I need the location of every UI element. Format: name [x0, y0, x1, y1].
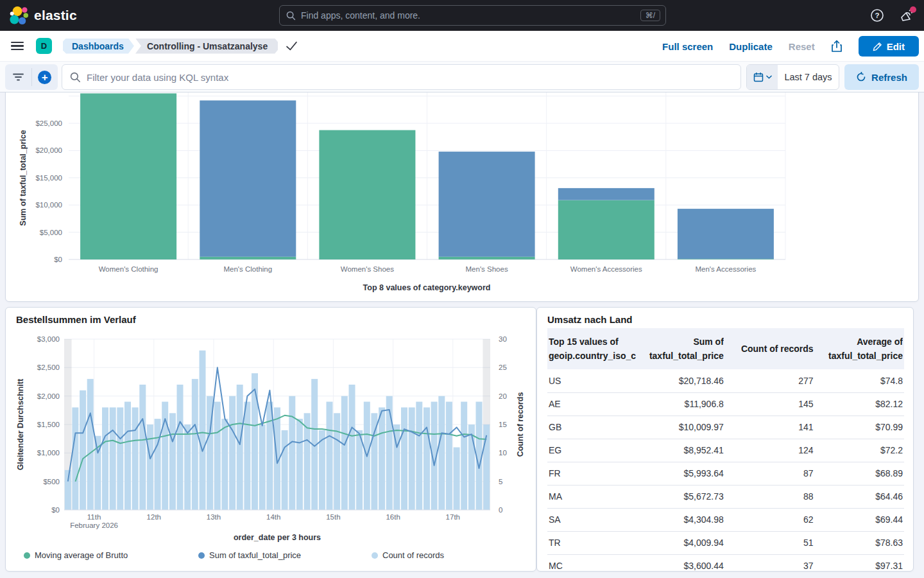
time-range-value[interactable]: Last 7 days	[778, 65, 839, 89]
bar[interactable]	[80, 390, 86, 510]
table-cell[interactable]: $8,952.41	[637, 439, 725, 462]
column-header[interactable]: Average oftaxful_total_price	[815, 328, 904, 369]
bar[interactable]	[454, 448, 460, 511]
bar[interactable]	[282, 430, 288, 510]
bar-segment[interactable]	[80, 93, 176, 259]
bar[interactable]	[446, 402, 452, 511]
global-search-input[interactable]: Find apps, content, and more. ⌘/	[279, 5, 666, 26]
bar[interactable]	[147, 425, 153, 510]
bar[interactable]	[401, 407, 407, 510]
bar[interactable]	[296, 419, 303, 510]
table-cell[interactable]: $72.2	[815, 439, 904, 462]
space-avatar[interactable]: D	[36, 38, 52, 54]
bar[interactable]	[461, 402, 467, 511]
edit-button[interactable]: Edit	[859, 36, 919, 57]
elastic-logo[interactable]: elastic	[9, 6, 77, 25]
table-cell[interactable]: MA	[547, 485, 637, 508]
bar[interactable]	[229, 396, 235, 510]
table-cell[interactable]: 87	[725, 462, 815, 485]
refresh-button[interactable]: Refresh	[844, 64, 919, 90]
table-cell[interactable]: 62	[725, 508, 815, 531]
table-cell[interactable]: $5,993.64	[637, 462, 725, 485]
bar[interactable]	[117, 407, 123, 510]
menu-icon[interactable]	[11, 42, 24, 51]
table-cell[interactable]: $4,304.98	[637, 508, 725, 531]
bar[interactable]	[155, 419, 161, 510]
bar[interactable]	[169, 413, 176, 510]
legend-item[interactable]: Moving average of Brutto	[24, 550, 128, 560]
time-combo-chart[interactable]: $0$500$1,000$1,500$2,000$2,500$3,0000510…	[6, 308, 536, 571]
bar[interactable]	[162, 402, 168, 511]
bar[interactable]	[438, 396, 445, 510]
bar[interactable]	[386, 396, 393, 510]
category-bar-chart[interactable]: Women's ClothingMen's ClothingWomen's Sh…	[6, 92, 918, 301]
table-cell[interactable]: GB	[547, 416, 637, 439]
column-header[interactable]: Sum oftaxful_total_price	[637, 328, 725, 369]
bar[interactable]	[416, 402, 422, 511]
bar[interactable]	[177, 385, 184, 510]
bar[interactable]	[72, 407, 78, 510]
table-cell[interactable]: $64.46	[815, 485, 904, 508]
table-cell[interactable]: $5,672.73	[637, 485, 725, 508]
table-cell[interactable]: AE	[547, 392, 637, 416]
bar[interactable]	[259, 425, 266, 510]
table-cell[interactable]: EG	[547, 439, 637, 462]
table-cell[interactable]: $78.63	[815, 531, 904, 554]
table-cell[interactable]: $70.99	[815, 416, 904, 439]
bar[interactable]	[252, 373, 258, 510]
duplicate-button[interactable]: Duplicate	[729, 41, 773, 52]
bar-segment[interactable]	[558, 200, 654, 259]
reset-button[interactable]: Reset	[789, 41, 815, 52]
date-picker-calendar-button[interactable]	[747, 65, 778, 89]
bar-segment[interactable]	[200, 100, 296, 256]
bar[interactable]	[237, 385, 243, 510]
bar-segment[interactable]	[439, 257, 535, 259]
bar[interactable]	[87, 379, 94, 510]
table-cell[interactable]: 51	[725, 531, 815, 554]
legend-item[interactable]: Sum of taxful_total_price	[198, 550, 301, 560]
table-cell[interactable]: $20,718.46	[637, 369, 725, 392]
bar[interactable]	[102, 407, 108, 510]
bar[interactable]	[289, 396, 295, 510]
bar-segment[interactable]	[319, 130, 415, 259]
bar[interactable]	[221, 419, 228, 510]
news-feed-icon[interactable]	[898, 7, 915, 24]
bar[interactable]	[424, 407, 430, 510]
bar[interactable]	[200, 351, 206, 510]
share-icon[interactable]	[831, 40, 843, 53]
filter-menu-button[interactable]	[5, 64, 31, 90]
kql-search-input[interactable]: Filter your data using KQL syntax	[62, 64, 741, 90]
bar[interactable]	[341, 396, 348, 510]
breadcrumb-dashboards[interactable]: Dashboards	[63, 39, 134, 54]
bar-segment[interactable]	[200, 257, 296, 259]
bar[interactable]	[214, 402, 221, 511]
table-cell[interactable]: 145	[725, 392, 815, 416]
bar-segment[interactable]	[678, 259, 774, 259]
add-filter-button[interactable]: +	[32, 64, 58, 90]
table-cell[interactable]: 88	[725, 485, 815, 508]
table-cell[interactable]: 37	[725, 554, 815, 572]
bar[interactable]	[139, 385, 146, 510]
bar[interactable]	[192, 379, 198, 510]
legend-item[interactable]: Count of records	[372, 550, 444, 560]
table-cell[interactable]: $97.31	[815, 554, 904, 572]
bar[interactable]	[184, 425, 191, 510]
bar[interactable]	[110, 407, 116, 510]
bar[interactable]	[65, 470, 71, 510]
table-cell[interactable]: $4,009.94	[637, 531, 725, 554]
bar[interactable]	[379, 407, 385, 510]
bar[interactable]	[409, 407, 415, 510]
bar-segment[interactable]	[439, 152, 535, 257]
bar[interactable]	[334, 413, 340, 510]
table-cell[interactable]: MC	[547, 554, 637, 572]
table-cell[interactable]: $11,906.8	[637, 392, 725, 416]
bar[interactable]	[244, 402, 250, 511]
table-cell[interactable]: SA	[547, 508, 637, 531]
table-cell[interactable]: TR	[547, 531, 637, 554]
help-icon[interactable]: ?	[869, 7, 886, 24]
table-cell[interactable]: 124	[725, 439, 815, 462]
column-header[interactable]: Count of records	[725, 328, 815, 369]
bar[interactable]	[349, 385, 355, 510]
table-cell[interactable]: $69.44	[815, 508, 904, 531]
column-header[interactable]: Top 15 values ofgeoip.country_iso_c	[547, 328, 637, 369]
